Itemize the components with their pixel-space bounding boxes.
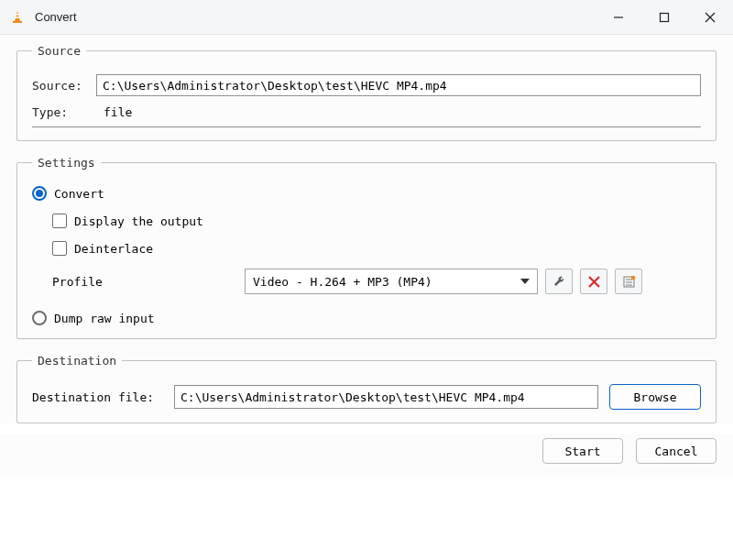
type-value: file bbox=[104, 105, 132, 119]
x-icon bbox=[588, 276, 600, 288]
profile-label: Profile bbox=[52, 275, 245, 289]
close-button[interactable] bbox=[687, 0, 733, 34]
browse-button[interactable]: Browse bbox=[609, 384, 701, 410]
start-button[interactable]: Start bbox=[542, 438, 623, 464]
display-output-label: Display the output bbox=[74, 214, 203, 228]
settings-legend: Settings bbox=[32, 156, 101, 170]
source-group: Source Source: Type: file bbox=[16, 44, 717, 141]
vlc-cone-icon bbox=[9, 9, 26, 26]
destination-label: Destination file: bbox=[32, 390, 174, 404]
maximize-icon bbox=[659, 12, 670, 23]
destination-input[interactable] bbox=[174, 385, 598, 409]
delete-profile-button[interactable] bbox=[580, 269, 607, 294]
settings-group: Settings Convert Display the output Dein… bbox=[16, 156, 717, 339]
close-icon bbox=[705, 12, 716, 23]
svg-rect-1 bbox=[16, 14, 19, 16]
type-label: Type: bbox=[32, 105, 96, 119]
radio-checked-icon bbox=[32, 186, 47, 201]
checkbox-unchecked-icon bbox=[52, 241, 67, 256]
svg-rect-3 bbox=[13, 21, 22, 23]
deinterlace-label: Deinterlace bbox=[74, 242, 153, 256]
chevron-down-icon bbox=[520, 279, 530, 284]
destination-legend: Destination bbox=[32, 354, 122, 368]
window-controls bbox=[596, 0, 733, 34]
cancel-button[interactable]: Cancel bbox=[636, 438, 717, 464]
window-title: Convert bbox=[35, 10, 596, 24]
source-input[interactable] bbox=[96, 74, 701, 96]
minimize-icon bbox=[613, 12, 624, 23]
new-profile-button[interactable] bbox=[615, 269, 642, 294]
maximize-button[interactable] bbox=[641, 0, 687, 34]
checkbox-unchecked-icon bbox=[52, 214, 67, 228]
deinterlace-checkbox[interactable]: Deinterlace bbox=[52, 241, 701, 256]
source-legend: Source bbox=[32, 44, 86, 58]
minimize-button[interactable] bbox=[596, 0, 641, 34]
radio-unchecked-icon bbox=[32, 311, 47, 325]
convert-radio[interactable]: Convert bbox=[32, 186, 701, 201]
titlebar: Convert bbox=[0, 0, 733, 35]
svg-point-14 bbox=[630, 275, 635, 280]
display-output-checkbox[interactable]: Display the output bbox=[52, 214, 701, 228]
svg-rect-2 bbox=[15, 16, 20, 18]
destination-group: Destination Destination file: Browse bbox=[16, 354, 717, 423]
wrench-icon bbox=[552, 275, 566, 289]
profile-value: Video - H.264 + MP3 (MP4) bbox=[253, 275, 432, 289]
dialog-footer: Start Cancel bbox=[0, 434, 733, 477]
profile-select[interactable]: Video - H.264 + MP3 (MP4) bbox=[245, 269, 538, 294]
convert-radio-label: Convert bbox=[54, 187, 104, 201]
svg-rect-5 bbox=[661, 13, 669, 21]
dump-radio[interactable]: Dump raw input bbox=[32, 311, 701, 325]
source-label: Source: bbox=[32, 79, 96, 93]
new-document-icon bbox=[622, 275, 636, 289]
dialog-content: Source Source: Type: file Settings Conve… bbox=[0, 35, 733, 423]
svg-marker-0 bbox=[15, 11, 20, 21]
edit-profile-button[interactable] bbox=[545, 269, 573, 294]
dump-radio-label: Dump raw input bbox=[54, 312, 155, 325]
